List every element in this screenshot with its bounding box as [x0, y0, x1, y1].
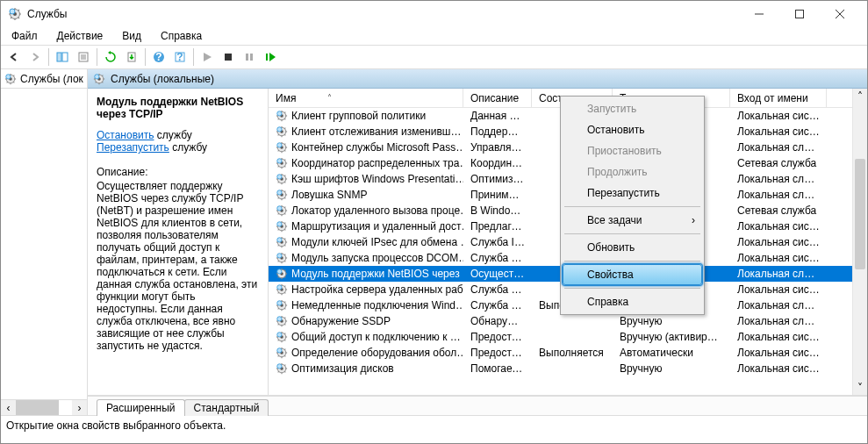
- scroll-up-icon[interactable]: ˄: [853, 89, 867, 104]
- content-header: Службы (локальные): [88, 69, 867, 89]
- table-row[interactable]: Обнаружение SSDPОбнаружи…ВручнуюЛокальна…: [269, 313, 852, 329]
- gear-icon: [276, 141, 288, 154]
- ctx-start[interactable]: Запустить: [563, 98, 702, 119]
- service-desc: Служба IK…: [463, 236, 532, 248]
- close-button[interactable]: [820, 1, 860, 27]
- column-description[interactable]: Описание: [463, 89, 532, 107]
- service-startup: Вручную: [613, 362, 730, 375]
- svg-rect-29: [266, 54, 268, 61]
- service-desc: Служба W…: [463, 299, 532, 312]
- service-desc: В Windows…: [463, 204, 532, 217]
- minimize-button[interactable]: [739, 1, 779, 27]
- scroll-left-icon[interactable]: ‹: [1, 400, 16, 415]
- service-name: Модуль поддержки NetBIOS через …: [291, 268, 463, 280]
- tree-pane: Службы (лок ‹ ›: [1, 69, 88, 415]
- gear-icon: [276, 204, 288, 217]
- service-desc: Данная сл…: [463, 110, 532, 122]
- start-button[interactable]: [197, 47, 217, 67]
- ctx-refresh[interactable]: Обновить: [563, 237, 702, 258]
- app-icon: [8, 7, 22, 21]
- gear-icon: [276, 331, 288, 343]
- statusbar-text: Открытие окна свойств выбранного объекта…: [6, 419, 226, 432]
- column-name[interactable]: Имя: [269, 89, 463, 107]
- ctx-resume[interactable]: Продолжить: [563, 161, 702, 183]
- svg-text:?: ?: [176, 51, 183, 63]
- description-panel: Модуль поддержки NetBIOS через TCP/IP Ос…: [88, 89, 269, 395]
- service-logon: Локальная сис…: [730, 347, 827, 359]
- service-logon: Локальная слу…: [730, 299, 827, 312]
- properties-button[interactable]: [74, 47, 93, 67]
- back-button[interactable]: [4, 47, 24, 67]
- maximize-button[interactable]: [779, 1, 820, 27]
- service-desc: Предлагае…: [463, 220, 532, 233]
- service-startup: Автоматически: [613, 347, 730, 359]
- table-row[interactable]: Оптимизация дисковПомогает …ВручнуюЛокал…: [269, 361, 852, 376]
- service-desc: Координа…: [463, 157, 532, 169]
- pause-button[interactable]: [240, 47, 259, 67]
- service-name: Модуль запуска процессов DCOM…: [291, 252, 463, 264]
- service-logon: Локальная слу…: [730, 315, 827, 327]
- service-name: Координатор распределенных тра…: [291, 157, 463, 169]
- tab-extended[interactable]: Расширенный: [97, 399, 185, 416]
- service-logon: Локальная сис…: [730, 125, 827, 138]
- svg-rect-15: [57, 53, 61, 61]
- selected-service-name: Модуль поддержки NetBIOS через TCP/IP: [97, 96, 259, 120]
- service-desc: Предостав…: [463, 347, 532, 359]
- forward-button[interactable]: [25, 47, 45, 67]
- service-name: Маршрутизация и удаленный дост…: [291, 220, 463, 233]
- ctx-stop[interactable]: Остановить: [563, 119, 702, 140]
- service-logon: Локальная сис…: [730, 252, 827, 264]
- service-name: Контейнер службы Microsoft Pass…: [291, 141, 463, 154]
- export-button[interactable]: [122, 47, 141, 67]
- help-button[interactable]: ?: [149, 47, 169, 67]
- gear-icon: [276, 347, 288, 359]
- service-desc: Служба D…: [463, 252, 532, 264]
- service-logon: Локальная слу…: [730, 173, 827, 185]
- titlebar: Службы: [1, 1, 867, 27]
- table-row[interactable]: Общий доступ к подключению к …Предостав……: [269, 329, 852, 345]
- refresh-button[interactable]: [101, 47, 120, 67]
- help2-button[interactable]: ?: [170, 47, 190, 67]
- menu-view[interactable]: Вид: [118, 28, 145, 44]
- statusbar: Открытие окна свойств выбранного объекта…: [1, 415, 867, 434]
- service-name: Обнаружение SSDP: [291, 315, 391, 327]
- service-name: Оптимизация дисков: [291, 362, 394, 375]
- service-name: Определение оборудования обол…: [291, 347, 463, 359]
- gear-icon: [276, 220, 288, 233]
- service-name: Кэш шрифтов Windows Presentati…: [291, 173, 463, 185]
- tree-root[interactable]: Службы (лок: [1, 69, 87, 89]
- tree-hscrollbar[interactable]: ‹ ›: [1, 399, 87, 415]
- ctx-help[interactable]: Справка: [563, 291, 702, 312]
- column-logon[interactable]: Вход от имени: [730, 89, 827, 107]
- ctx-pause[interactable]: Приостановить: [563, 140, 702, 161]
- menu-file[interactable]: Файл: [8, 28, 41, 44]
- service-desc: Оптимизи…: [463, 173, 532, 185]
- service-logon: Локальная сис…: [730, 110, 827, 122]
- svg-rect-12: [796, 11, 804, 18]
- service-logon: Локальная сис…: [730, 236, 827, 248]
- tab-standard[interactable]: Стандартный: [184, 399, 269, 416]
- ctx-properties[interactable]: Свойства: [563, 264, 702, 285]
- service-logon: Локальная слу…: [730, 268, 827, 280]
- show-hide-tree-button[interactable]: [53, 47, 72, 67]
- ctx-restart[interactable]: Перезапустить: [563, 183, 702, 204]
- gear-icon: [276, 252, 288, 264]
- restart-link[interactable]: Перезапустить: [97, 141, 169, 154]
- stop-link[interactable]: Остановить: [97, 129, 154, 141]
- menu-action[interactable]: Действие: [54, 28, 107, 44]
- table-row[interactable]: Определение оборудования обол…Предостав……: [269, 345, 852, 361]
- service-name: Модули ключей IPsec для обмена …: [291, 236, 463, 248]
- menu-help[interactable]: Справка: [157, 28, 205, 44]
- restart-button[interactable]: [261, 47, 280, 67]
- scroll-right-icon[interactable]: ›: [72, 400, 87, 415]
- stop-button[interactable]: [219, 47, 238, 67]
- scroll-down-icon[interactable]: ˅: [853, 380, 867, 395]
- gear-icon: [276, 362, 288, 375]
- service-desc: Принимае…: [463, 189, 532, 201]
- gear-icon: [276, 283, 288, 296]
- service-logon: Локальная сис…: [730, 362, 827, 375]
- svg-text:?: ?: [155, 51, 161, 63]
- ctx-all-tasks[interactable]: Все задачи: [563, 210, 702, 231]
- list-vscrollbar[interactable]: ˄ ˅: [852, 89, 867, 395]
- service-logon: Сетевая служба: [730, 157, 827, 169]
